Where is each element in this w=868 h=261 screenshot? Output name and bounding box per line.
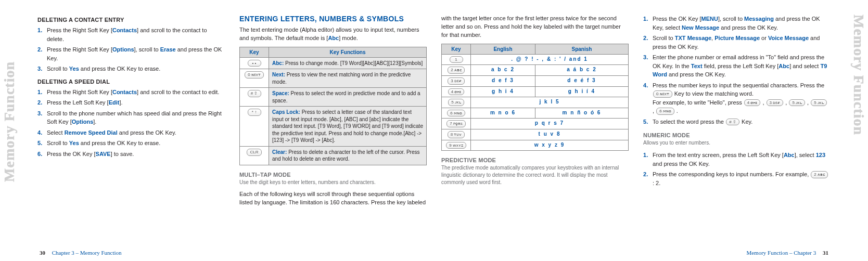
predictive-sub: The predictive mode automatically compar… — [441, 164, 629, 186]
list-item: Press the Right Soft Key [Contacts] and … — [37, 26, 225, 43]
list-numeric-steps: From the text entry screen, press the Le… — [643, 151, 831, 187]
multitap-para: Each of the following keys will scroll t… — [239, 190, 427, 207]
func-cell: Caps Lock: Press to select a letter case… — [269, 107, 427, 147]
table-row: 9 ᴡxʏᴢw x y z 9 — [442, 140, 629, 151]
table-row: 5 ᴊᴋʟj k l 5 — [442, 97, 629, 108]
spanish-cell: a á b c 2 — [535, 65, 628, 76]
table-row: 7 ᴘǫʀsp q r s 7 — [442, 119, 629, 129]
list-delete-contact: Press the Right Soft Key [Contacts] and … — [37, 26, 225, 73]
heading-entering: ENTERING LETTERS, NUMBERS & SYMBOLS — [239, 15, 427, 23]
english-cell: a b c 2 — [471, 65, 535, 76]
spanish-cell: m n ñ o ó 6 — [535, 108, 628, 119]
func-cell: Clear: Press to delete a character to th… — [269, 146, 427, 165]
footer-left: 30 Chapter 3 – Memory Function — [40, 250, 122, 256]
list-item: Press the number keys to input the seque… — [643, 81, 831, 115]
merged-cell: t u v 8 — [471, 129, 629, 140]
table-row: 1. @ ? ! - , & : ' / and 1 — [442, 54, 629, 65]
merged-cell: . @ ? ! - , & : ' / and 1 — [471, 54, 629, 65]
list-item: Press the Right Soft Key [Options], scro… — [37, 45, 225, 62]
table-row: 2 ᴀʙᴄa b c 2a á b c 2 — [442, 65, 629, 76]
table-row: 0 ɴᴇxᴛNext: Press to view the next match… — [240, 69, 427, 88]
list-item: Scroll to the phone number which has spe… — [37, 109, 225, 126]
list-item: Press the corresponding keys to input nu… — [643, 170, 831, 187]
spanish-cell: g h i í 4 — [535, 86, 628, 97]
english-cell: d e f 3 — [471, 76, 535, 87]
func-cell: Abc: Press to change mode. [T9 Word][Abc… — [269, 57, 427, 69]
list-item: Scroll to Yes and press the OK Key to er… — [37, 64, 225, 73]
th-func: Key Functions — [269, 47, 427, 57]
list-item: Press the Right Soft Key [Contacts] and … — [37, 88, 225, 97]
key-cell: 8 ᴛᴜᴠ — [442, 129, 471, 140]
heading-delete-speed-dial: DELETING A SPEED DIAL — [37, 79, 225, 85]
key-cell: 4 ɢʜɪ — [442, 86, 471, 97]
intro-text: The text entering mode (Alpha editor) al… — [239, 26, 427, 43]
table-row: * ↑Caps Lock: Press to select a letter c… — [240, 107, 427, 147]
key-cell: 9 ᴡxʏᴢ — [442, 140, 471, 151]
func-cell: Space: Press to select the word in predi… — [269, 88, 427, 107]
merged-cell: p q r s 7 — [471, 119, 629, 129]
multitap-continued: with the target letter once for the firs… — [441, 15, 629, 40]
left-margin-tab: Memory Function — [0, 57, 19, 186]
heading-multitap: MULTI–TAP MODE — [239, 172, 427, 178]
func-cell: Next: Press to view the next matching wo… — [269, 69, 427, 88]
column-4: Press the OK Key [MENU], scroll to Messa… — [643, 15, 831, 257]
heading-predictive: PREDICTIVE MODE — [441, 157, 629, 163]
page-num-left: 30 — [40, 250, 45, 256]
list-item: From the text entry screen, press the Le… — [643, 151, 831, 168]
chapter-label-left: Chapter 3 – Memory Function — [52, 250, 122, 256]
list-item: Enter the phone number or email address … — [643, 53, 831, 79]
table-row: 3 ᴅᴇғd e f 3d e é f 3 — [442, 76, 629, 87]
table-row: # ⇧Space: Press to select the word in pr… — [240, 88, 427, 107]
heading-numeric: NUMERIC MODE — [643, 132, 831, 138]
key-cell: • • — [240, 57, 269, 69]
list-item: Scroll to TXT Message, Picture Message o… — [643, 34, 831, 51]
list-item: Scroll to Yes and press the OK Key to er… — [37, 139, 225, 148]
english-cell: m n o 6 — [471, 108, 535, 119]
list-item: Press the OK Key [MENU], scroll to Messa… — [643, 15, 831, 32]
table-row: 4 ɢʜɪg h i 4g h i í 4 — [442, 86, 629, 97]
key-cell: 5 ᴊᴋʟ — [442, 97, 471, 108]
key-cell: 2 ᴀʙᴄ — [442, 65, 471, 76]
list-item: Press the Left Soft Key [Edit]. — [37, 98, 225, 107]
table-row: 8 ᴛᴜᴠt u v 8 — [442, 129, 629, 140]
right-margin-tab: Memory Function — [849, 10, 868, 139]
column-3: with the target letter once for the firs… — [441, 15, 629, 257]
key-cell: 7 ᴘǫʀs — [442, 119, 471, 129]
heading-delete-contact: DELETING A CONTACT ENTRY — [37, 17, 225, 23]
table-row: 6 ᴍɴᴏm n o 6m n ñ o ó 6 — [442, 108, 629, 119]
page-spread: Memory Function DELETING A CONTACT ENTRY… — [0, 0, 868, 261]
th-english: English — [471, 44, 535, 54]
spanish-cell: d e é f 3 — [535, 76, 628, 87]
key-cell: 1 — [442, 54, 471, 65]
th-key2: Key — [442, 44, 471, 54]
merged-cell: w x y z 9 — [471, 140, 629, 151]
list-item: To select the word press the # ⇧ Key. — [643, 118, 831, 126]
numeric-sub: Allows you to enter numbers. — [643, 139, 831, 147]
language-key-table: Key English Spanish 1. @ ? ! - , & : ' /… — [441, 44, 629, 151]
key-functions-table: KeyKey Functions • •Abc: Press to change… — [239, 47, 427, 165]
page-num-right: 31 — [823, 250, 828, 256]
column-2: ENTERING LETTERS, NUMBERS & SYMBOLS The … — [239, 15, 427, 257]
list-predictive-steps: Press the OK Key [MENU], scroll to Messa… — [643, 15, 831, 126]
table-row: CLRClear: Press to delete a character to… — [240, 146, 427, 165]
list-delete-speed-dial: Press the Right Soft Key [Contacts] and … — [37, 88, 225, 159]
column-1: DELETING A CONTACT ENTRY Press the Right… — [37, 15, 225, 257]
english-cell: g h i 4 — [471, 86, 535, 97]
key-cell: * ↑ — [240, 107, 269, 147]
list-item: Select Remove Speed Dial and press the O… — [37, 128, 225, 137]
key-cell: 6 ᴍɴᴏ — [442, 108, 471, 119]
th-key: Key — [240, 47, 269, 57]
table-row: • •Abc: Press to change mode. [T9 Word][… — [240, 57, 427, 69]
content-columns: DELETING A CONTACT ENTRY Press the Right… — [19, 0, 849, 261]
list-item: Press the OK Key [SAVE] to save. — [37, 150, 225, 159]
chapter-label-right: Memory Function – Chapter 3 — [746, 250, 816, 256]
multitap-sub: Use the digit keys to enter letters, num… — [239, 179, 427, 186]
footer-right: Memory Function – Chapter 3 31 — [746, 250, 828, 256]
key-cell: 3 ᴅᴇғ — [442, 76, 471, 87]
key-cell: CLR — [240, 146, 269, 165]
key-cell: 0 ɴᴇxᴛ — [240, 69, 269, 88]
key-cell: # ⇧ — [240, 88, 269, 107]
merged-cell: j k l 5 — [471, 97, 629, 108]
th-spanish: Spanish — [535, 44, 628, 54]
